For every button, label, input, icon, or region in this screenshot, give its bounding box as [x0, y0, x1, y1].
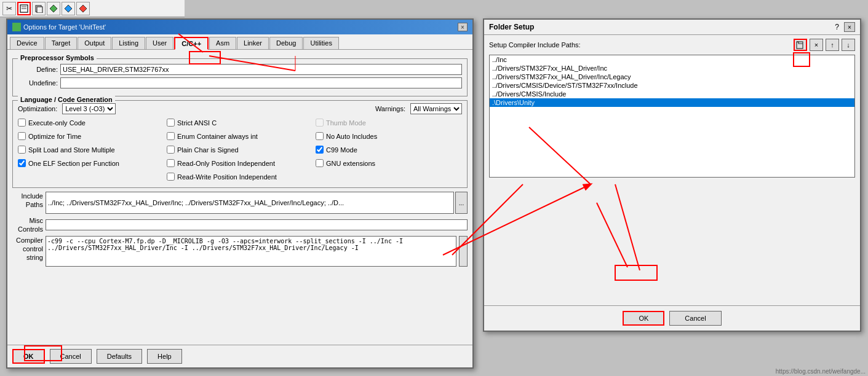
tab-target[interactable]: Target	[45, 37, 78, 49]
folder-cancel-btn[interactable]: Cancel	[669, 311, 721, 326]
compiler-label: Compiler control string	[12, 236, 43, 262]
readwrite-pos-label: Read-Write Position Independent	[177, 173, 277, 181]
folder-path-list[interactable]: ../Inc ../Drivers/STM32F7xx_HAL_Driver/I…	[489, 55, 855, 178]
c99-mode-row: C99 Mode	[316, 146, 462, 154]
misc-controls-input[interactable]	[46, 219, 468, 230]
include-paths-input[interactable]	[46, 192, 454, 214]
folder-path-item-5[interactable]: .\Drivers\Unity	[490, 98, 854, 107]
svg-marker-6	[65, 5, 72, 12]
tab-device[interactable]: Device	[10, 37, 44, 49]
include-browse-btn[interactable]: ...	[455, 192, 468, 214]
main-dialog-titlebar: Options for Target 'UnitTest' ×	[7, 20, 472, 34]
svg-rect-8	[797, 42, 803, 49]
undefine-row: Undefine:	[18, 77, 462, 88]
folder-new-btn[interactable]	[794, 39, 807, 51]
svg-rect-4	[37, 7, 42, 13]
plain-char-label: Plain Char is Signed	[177, 146, 239, 154]
misc-row: Misc Controls	[12, 216, 468, 233]
one-elf-row: One ELF Section per Function	[18, 159, 164, 167]
main-help-btn[interactable]: Help	[147, 349, 182, 364]
tab-utilities[interactable]: Utilities	[303, 37, 338, 49]
toolbar-btn-diamond-blue[interactable]	[62, 2, 75, 15]
toolbar-btn-scissors[interactable]: ✂	[2, 2, 16, 15]
tab-linker[interactable]: Linker	[237, 37, 269, 49]
toolbar-btn-highlighted[interactable]	[17, 2, 31, 15]
tab-listing[interactable]: Listing	[112, 37, 145, 49]
define-label: Define:	[18, 66, 58, 73]
main-cancel-btn[interactable]: Cancel	[50, 349, 92, 364]
lang-col-3: Thumb Mode No Auto Includes C99 Mode GNU…	[316, 117, 462, 182]
folder-dialog: Folder Setup ? × Setup Compiler Include …	[483, 18, 861, 332]
folder-path-item-2[interactable]: ../Drivers/STM32F7xx_HAL_Driver/Inc/Lega…	[490, 72, 854, 81]
execute-only-check[interactable]	[18, 119, 26, 127]
readwrite-pos-row: Read-Write Position Independent	[167, 173, 313, 181]
no-auto-check[interactable]	[316, 132, 324, 140]
tabs-bar: Device Target Output Listing User C/C++ …	[7, 34, 472, 50]
thumb-mode-check	[316, 119, 324, 127]
folder-help-label[interactable]: ?	[835, 23, 839, 31]
lang-col-2: Strict ANSI C Enum Container always int …	[167, 117, 313, 182]
readwrite-pos-check[interactable]	[167, 173, 175, 181]
no-auto-label: No Auto Includes	[326, 133, 377, 140]
execute-only-label: Execute-only Code	[28, 119, 86, 127]
tab-user[interactable]: User	[146, 37, 173, 49]
gnu-ext-check[interactable]	[316, 159, 324, 167]
svg-marker-5	[50, 5, 57, 12]
compiler-row: Compiler control string -c99 -c --cpu Co…	[12, 236, 468, 267]
tab-debug[interactable]: Debug	[269, 37, 303, 49]
split-load-label: Split Load and Store Multiple	[28, 146, 115, 154]
tab-asm[interactable]: Asm	[209, 37, 236, 49]
folder-ok-btn[interactable]: OK	[623, 311, 664, 326]
optimize-time-check[interactable]	[18, 132, 26, 140]
one-elf-check[interactable]	[18, 159, 26, 167]
tab-output[interactable]: Output	[78, 37, 111, 49]
folder-dialog-title: Folder Setup	[489, 23, 534, 31]
folder-path-item-3[interactable]: ../Drivers/CMSIS/Device/ST/STM32F7xx/Inc…	[490, 81, 854, 90]
c99-mode-check[interactable]	[316, 146, 324, 154]
main-defaults-btn[interactable]: Defaults	[97, 349, 142, 364]
lang-col-1: Execute-only Code Optimize for Time Spli…	[18, 117, 164, 182]
c99-mode-label: C99 Mode	[326, 146, 357, 154]
gnu-ext-row: GNU extensions	[316, 159, 462, 167]
readonly-pos-check[interactable]	[167, 159, 175, 167]
readonly-pos-label: Read-Only Position Independent	[177, 160, 275, 167]
strict-ansi-row: Strict ANSI C	[167, 119, 313, 127]
compiler-textarea[interactable]: -c99 -c --cpu Cortex-M7.fp.dp -D__MICROL…	[46, 236, 456, 267]
folder-path-item-0[interactable]: ../Inc	[490, 55, 854, 64]
main-dialog-content: Preprocessor Symbols Define: Undefine: L…	[7, 50, 472, 274]
split-load-check[interactable]	[18, 146, 26, 154]
folder-delete-btn[interactable]: ×	[810, 39, 823, 51]
toolbar-btn-copy[interactable]	[32, 2, 46, 15]
folder-close-btn[interactable]: ×	[844, 22, 855, 32]
folder-toolbar-label: Setup Compiler Include Paths:	[489, 41, 791, 49]
enum-container-check[interactable]	[167, 132, 175, 140]
strict-ansi-check[interactable]	[167, 119, 175, 127]
optimize-time-row: Optimize for Time	[18, 132, 164, 140]
folder-down-btn[interactable]: ↓	[842, 39, 855, 51]
undefine-input[interactable]	[60, 77, 462, 88]
warnings-select[interactable]: All Warnings	[410, 103, 462, 114]
compiler-scrollbar[interactable]	[459, 236, 468, 267]
main-dialog-title: Options for Target 'UnitTest'	[23, 23, 106, 31]
strict-ansi-label: Strict ANSI C	[177, 119, 217, 127]
toolbar-btn-diamond-red[interactable]	[76, 2, 90, 15]
folder-path-item-4[interactable]: ../Drivers/CMSIS/Include	[490, 90, 854, 98]
define-input[interactable]	[60, 64, 462, 75]
main-dialog-close[interactable]: ×	[458, 23, 468, 31]
folder-path-item-1[interactable]: ../Drivers/STM32F7xx_HAL_Driver/Inc	[490, 64, 854, 72]
tab-cpp[interactable]: C/C++	[174, 37, 209, 50]
toolbar: ✂	[0, 0, 185, 17]
include-label: Include Paths	[12, 192, 43, 209]
folder-up-btn[interactable]: ↑	[826, 39, 839, 51]
warn-label: Warnings:	[375, 105, 405, 112]
enum-container-row: Enum Container always int	[167, 132, 313, 140]
define-row: Define:	[18, 64, 462, 75]
folder-footer: OK Cancel	[484, 305, 860, 331]
main-ok-btn[interactable]: OK	[12, 349, 45, 364]
language-group: Language / Code Generation Optimization:…	[12, 100, 468, 188]
optimization-select[interactable]: Level 3 (-O3)	[62, 103, 116, 114]
thumb-mode-label: Thumb Mode	[326, 119, 366, 127]
plain-char-check[interactable]	[167, 146, 175, 154]
toolbar-btn-diamond-green[interactable]	[47, 2, 60, 15]
split-load-row: Split Load and Store Multiple	[18, 146, 164, 154]
